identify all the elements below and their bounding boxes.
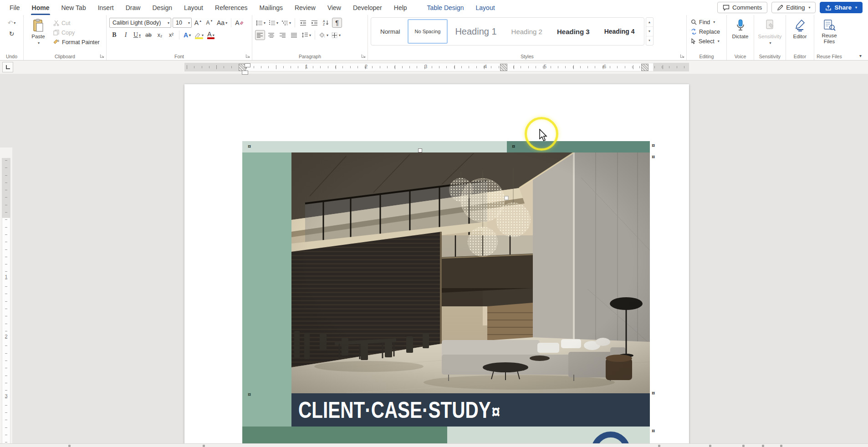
table-handle[interactable]	[418, 148, 422, 152]
redo-button[interactable]: ↻	[7, 29, 17, 39]
numbering-button[interactable]: ▾	[268, 18, 279, 28]
select-button[interactable]: Select▾	[689, 36, 724, 46]
multilevel-list-button[interactable]: ▾	[281, 18, 292, 28]
borders-button[interactable]: ▾	[331, 30, 342, 40]
style-heading-2[interactable]: Heading 2	[504, 19, 550, 44]
paste-label: Paste	[31, 34, 45, 40]
sort-button[interactable]: AZ	[321, 18, 331, 28]
style-heading-1[interactable]: Heading 1	[448, 19, 504, 44]
bullets-button[interactable]: ▾	[255, 18, 266, 28]
underline-button[interactable]: U▾	[132, 30, 142, 40]
tab-table-layout[interactable]: Layout	[470, 0, 501, 15]
clear-formatting-button[interactable]: A	[234, 18, 245, 28]
copy-button[interactable]: Copy	[52, 28, 101, 37]
bold-button[interactable]: B	[109, 30, 119, 40]
tab-developer[interactable]: Developer	[347, 0, 388, 15]
reuse-files-button[interactable]: ReuseFiles	[817, 17, 842, 45]
decrease-indent-button[interactable]	[298, 18, 308, 28]
font-dialog-launcher[interactable]	[245, 54, 250, 58]
shading-button[interactable]: ▾	[318, 30, 329, 40]
styles-scroll-down[interactable]: ▼	[646, 27, 653, 36]
superscript-button[interactable]: x²	[166, 30, 176, 40]
styles-dialog-launcher[interactable]	[680, 54, 684, 58]
undo-button[interactable]: ↶▾	[7, 18, 17, 28]
tab-mailings[interactable]: Mailings	[254, 0, 289, 15]
strikethrough-button[interactable]: ab	[143, 30, 153, 40]
editor-button[interactable]: Editor	[789, 17, 811, 40]
align-left-icon	[257, 33, 263, 38]
tab-draw[interactable]: Draw	[120, 0, 147, 15]
vertical-ruler[interactable]: 1 2 3 4 5	[0, 147, 12, 447]
text-effects-button[interactable]: A▾	[182, 30, 192, 40]
group-font: Calibri Light (Body) ▾ 10 ▾ A▲ A▼ Aa▾ A …	[107, 15, 252, 60]
tab-file[interactable]: File	[4, 0, 26, 15]
style-normal[interactable]: Normal	[373, 19, 408, 44]
editing-dropdown-icon: ▾	[808, 5, 810, 10]
justify-button[interactable]	[289, 30, 299, 40]
sensitivity-button[interactable]: Sensitivity ▾	[757, 17, 783, 45]
title-bar-cell[interactable]: CLIENT·CASE·STUDY¤	[291, 393, 650, 427]
find-button[interactable]: Find▾	[689, 17, 724, 27]
tab-stop-icon	[6, 65, 10, 69]
tab-table-design[interactable]: Table Design	[421, 0, 470, 15]
first-line-indent-marker[interactable]	[245, 63, 250, 67]
change-case-button[interactable]: Aa▾	[216, 18, 228, 28]
tab-new-tab[interactable]: New Tab	[55, 0, 92, 15]
table-cell-footer-teal[interactable]	[242, 427, 447, 444]
paragraph-dialog-launcher[interactable]	[361, 54, 366, 58]
styles-gallery-expand[interactable]: ▾	[646, 36, 653, 45]
clipboard-dialog-launcher[interactable]	[100, 54, 104, 58]
highlight-button[interactable]: ▾	[194, 30, 204, 40]
table-column-marker[interactable]	[641, 64, 648, 71]
collapse-ribbon-button[interactable]: ▾	[859, 53, 862, 58]
comment-icon	[723, 5, 730, 11]
style-heading-4[interactable]: Heading 4	[597, 19, 642, 44]
editing-mode-button[interactable]: Editing ▾	[771, 2, 816, 13]
horizontal-ruler[interactable]: 1 2 3 4 5 6	[0, 61, 868, 74]
tab-references[interactable]: References	[209, 0, 254, 15]
align-center-button[interactable]	[266, 30, 276, 40]
table-cell-footer-celadon[interactable]	[447, 427, 650, 444]
italic-button[interactable]: I	[121, 30, 131, 40]
dictate-button[interactable]: Dictate	[730, 17, 751, 40]
cut-button[interactable]: Cut	[52, 18, 101, 28]
share-button[interactable]: Share ▾	[820, 2, 863, 13]
left-indent-marker[interactable]	[242, 71, 248, 75]
style-no-spacing[interactable]: No Spacing	[408, 19, 448, 44]
table-column-marker[interactable]	[500, 64, 507, 71]
styles-scroll-up[interactable]: ▲	[646, 18, 653, 27]
tab-view[interactable]: View	[322, 0, 347, 15]
document-page[interactable]: ¤ ¤ ¤ ¤ ¤	[184, 84, 689, 447]
tab-insert[interactable]: Insert	[92, 0, 120, 15]
font-size-combo[interactable]: 10 ▾	[173, 18, 192, 28]
tab-design[interactable]: Design	[146, 0, 178, 15]
increase-indent-button[interactable]	[309, 18, 319, 28]
table-cell-header-left[interactable]	[242, 141, 507, 152]
ruler-number: 4	[482, 64, 489, 69]
ruler-number: 5	[541, 64, 549, 69]
interior-photo[interactable]	[291, 152, 650, 393]
grow-font-button[interactable]: A▲	[193, 18, 203, 28]
svg-text:Z: Z	[323, 23, 325, 26]
shrink-font-button[interactable]: A▼	[204, 18, 214, 28]
comments-button[interactable]: Comments	[717, 2, 767, 13]
subscript-button[interactable]: x₂	[155, 30, 165, 40]
table-cell-sage-sidebar[interactable]	[242, 152, 291, 427]
line-spacing-button[interactable]: ▾	[301, 30, 312, 40]
tab-layout[interactable]: Layout	[178, 0, 209, 15]
tab-review[interactable]: Review	[289, 0, 322, 15]
replace-button[interactable]: Replace	[689, 27, 724, 36]
ruler-number: 1	[303, 64, 310, 69]
show-hide-formatting-button[interactable]: ¶	[332, 18, 342, 28]
tab-stop-selector[interactable]	[2, 62, 13, 72]
align-left-button[interactable]	[255, 30, 265, 40]
align-right-button[interactable]	[278, 30, 288, 40]
font-color-button[interactable]: A ▾	[206, 30, 216, 40]
tab-help[interactable]: Help	[388, 0, 413, 15]
paste-button[interactable]: Paste ▾	[26, 17, 50, 52]
paint-bucket-icon	[319, 32, 326, 38]
format-painter-button[interactable]: Format Painter	[52, 37, 101, 47]
tab-home[interactable]: Home	[26, 0, 56, 15]
font-name-combo[interactable]: Calibri Light (Body) ▾	[109, 18, 171, 28]
style-heading-3[interactable]: Heading 3	[550, 19, 597, 44]
